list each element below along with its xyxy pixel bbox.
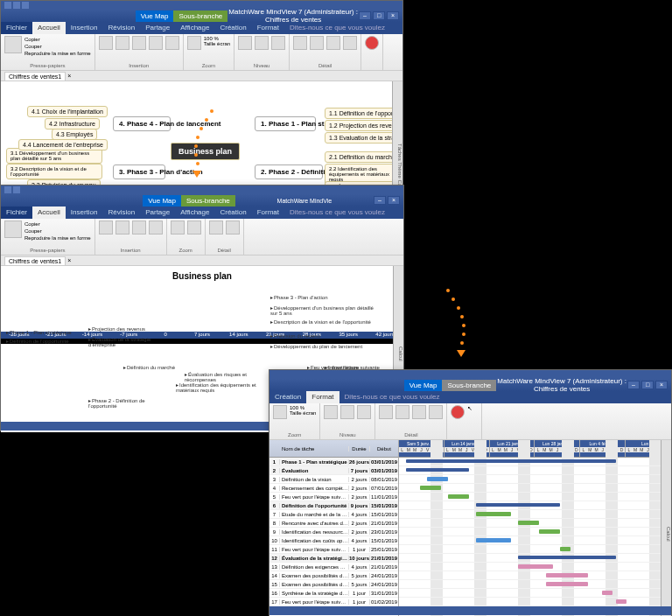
gantt-task-list[interactable]: Nom de tâche Durée Début 1Phase 1 - Plan…: [270, 440, 399, 616]
qat-icon[interactable]: [13, 186, 20, 193]
right-sidebar[interactable]: Calcul: [661, 440, 671, 616]
branch-icon[interactable]: [99, 220, 113, 234]
mindmap-center-node[interactable]: Business plan: [171, 143, 240, 160]
ribbon-tab-format[interactable]: Format: [306, 391, 339, 403]
branch-icon[interactable]: [99, 36, 113, 50]
ribbon-tab-review[interactable]: Révision: [103, 22, 141, 34]
gantt-bar[interactable]: [420, 486, 441, 490]
ribbon-tab-format[interactable]: Format: [252, 22, 284, 34]
gantt-bar[interactable]: [616, 599, 626, 604]
maximize-button[interactable]: □: [373, 11, 385, 20]
mindmap-phase-node[interactable]: 1. Phase 1 - Plan stratégique: [255, 116, 316, 131]
mindmap-leaf-node[interactable]: 2.1 Définition du marché: [325, 151, 400, 163]
qat-icon[interactable]: [4, 2, 11, 9]
gantt-task-row[interactable]: 14Examen des possibilités de rache...5 j…: [270, 571, 398, 580]
map-views-icon[interactable]: [293, 36, 307, 50]
mindmap-leaf-node[interactable]: 1.3 Evaluation de la stratégie d'entrepr…: [325, 132, 402, 144]
zoom-icon[interactable]: [187, 220, 201, 234]
timeline-item[interactable]: Projection des revenus: [88, 326, 145, 332]
gantt-bar[interactable]: [476, 538, 511, 542]
gantt-bar[interactable]: [427, 477, 448, 481]
minimize-button[interactable]: –: [627, 381, 640, 389]
gantt-icon[interactable]: [343, 36, 357, 50]
note-icon[interactable]: [132, 36, 146, 50]
gantt-bar[interactable]: [406, 468, 469, 472]
timeline-item[interactable]: Définition de l'opportunité: [6, 338, 69, 344]
gantt-bar[interactable]: [476, 512, 511, 516]
ribbon-tab-share[interactable]: Partage: [140, 22, 175, 34]
ribbon-tab[interactable]: Sous-branche: [173, 10, 228, 22]
cut-button[interactable]: Couper: [24, 228, 91, 234]
document-tab[interactable]: Chiffres de ventes1: [4, 72, 66, 80]
gantt-task-row[interactable]: 5Feu vert pour l'étape suivante2 jours11…: [270, 493, 398, 501]
qat-icon[interactable]: [22, 2, 29, 9]
gantt-bar[interactable]: [602, 591, 612, 595]
mindmap-phase-node[interactable]: 2. Phase 2 - Définition de l'opportunité: [255, 164, 323, 179]
timeline-item[interactable]: Phase 2 - Définition de l'opportunité: [88, 397, 158, 409]
subbranch-icon[interactable]: [116, 220, 130, 234]
ribbon-tab-insert[interactable]: Insertion: [66, 22, 103, 34]
close-button[interactable]: ×: [388, 196, 400, 205]
gantt-bar[interactable]: [448, 494, 469, 499]
apply-focus-icon[interactable]: [255, 36, 269, 50]
fullscreen-icon[interactable]: [171, 220, 185, 234]
apply-focus-icon[interactable]: [340, 405, 354, 419]
gantt-canvas[interactable]: Nom de tâche Durée Début 1Phase 1 - Plan…: [270, 440, 671, 616]
ribbon-tab-format[interactable]: Format: [252, 206, 284, 219]
gantt-bar[interactable]: [476, 503, 560, 507]
maximize-button[interactable]: □: [641, 381, 654, 389]
cursor-icon[interactable]: ↖: [467, 405, 478, 417]
copy-button[interactable]: Copier: [24, 220, 91, 228]
timeline-item[interactable]: Évaluation de la stratégie d'entreprise: [88, 336, 158, 347]
object-icon[interactable]: [165, 36, 179, 50]
gantt-bar[interactable]: [546, 573, 588, 578]
timeline-item[interactable]: Prévision du revenu: [270, 332, 320, 339]
ribbon-tab-insert[interactable]: Insertion: [66, 206, 103, 219]
gantt-task-row[interactable]: 16Synthèse de la stratégie d'entrep...1 …: [270, 589, 398, 598]
gantt-task-row[interactable]: 7Etude du marché et de la concur...4 jou…: [270, 510, 398, 519]
gantt-task-row[interactable]: 6Définition de l'opportunité9 jours15/01…: [270, 501, 398, 510]
ribbon-tab-review[interactable]: Révision: [103, 206, 141, 219]
format-painter-button[interactable]: Reproduire la mise en forme: [24, 50, 91, 57]
fit-screen[interactable]: Taille écran: [290, 410, 316, 416]
ribbon-tab-share[interactable]: Partage: [140, 206, 175, 219]
numbering-icon[interactable]: [271, 36, 285, 50]
copy-button[interactable]: Copier: [24, 36, 91, 43]
timeline-item[interactable]: Description de la vision et de l'opportu…: [270, 318, 375, 325]
delete-icon[interactable]: [365, 36, 379, 50]
document-tab[interactable]: Chiffres de ventes1: [4, 256, 66, 265]
close-button[interactable]: ×: [387, 11, 399, 20]
gantt-task-row[interactable]: 2Évaluation7 jours03/01/2019: [270, 466, 398, 475]
paste-icon[interactable]: [4, 36, 22, 53]
gantt-bar[interactable]: [560, 547, 570, 551]
close-button[interactable]: ×: [655, 381, 668, 389]
gantt-bar[interactable]: [518, 556, 616, 559]
search-box[interactable]: Dites-nous ce que vous voulez: [284, 22, 390, 34]
gantt-bar[interactable]: [406, 459, 616, 463]
mindmap-phase-node[interactable]: 3. Phase 3 - Plan d'action: [113, 164, 165, 179]
timeline-icon[interactable]: [310, 36, 324, 50]
image-icon[interactable]: [149, 36, 163, 50]
ribbon-tab-file[interactable]: Fichier: [1, 22, 32, 34]
mindmap-leaf-node[interactable]: 3.2 Description de la vision et de l'opp…: [6, 164, 102, 179]
gantt-bar[interactable]: [539, 529, 560, 534]
numbering-icon[interactable]: [357, 405, 371, 419]
timeline-item[interactable]: Définition du marché: [123, 364, 175, 370]
ribbon-tab-file[interactable]: Fichier: [1, 206, 32, 219]
note-icon[interactable]: [132, 220, 146, 234]
gantt-task-row[interactable]: 8Rencontre avec d'autres dirigean...2 jo…: [270, 519, 398, 528]
mindmap-phase-node[interactable]: 4. Phase 4 - Plan de lancement: [113, 116, 171, 131]
timeline-item[interactable]: Phase 1 - Plan stratégique: [6, 329, 72, 335]
format-painter-button[interactable]: Reproduire la mise en forme: [24, 234, 91, 242]
gantt-task-row[interactable]: 12Évaluation de la stratégie d'entr...10…: [270, 554, 398, 563]
plan-icon[interactable]: [326, 36, 340, 50]
timeline-icon[interactable]: [396, 405, 410, 419]
search-box[interactable]: Dites-nous ce que vous voulez: [284, 206, 390, 219]
ribbon-tab-create[interactable]: Création: [270, 391, 306, 403]
gantt-task-row[interactable]: 1Phase 1 - Plan stratégique26 jours03/01…: [270, 458, 398, 466]
ribbon-tab-home[interactable]: Accueil: [32, 206, 66, 219]
gantt-bar[interactable]: [518, 564, 553, 569]
focus-icon[interactable]: [238, 36, 252, 50]
ribbon-tab-create[interactable]: Création: [214, 22, 251, 34]
paste-icon[interactable]: [4, 220, 22, 238]
